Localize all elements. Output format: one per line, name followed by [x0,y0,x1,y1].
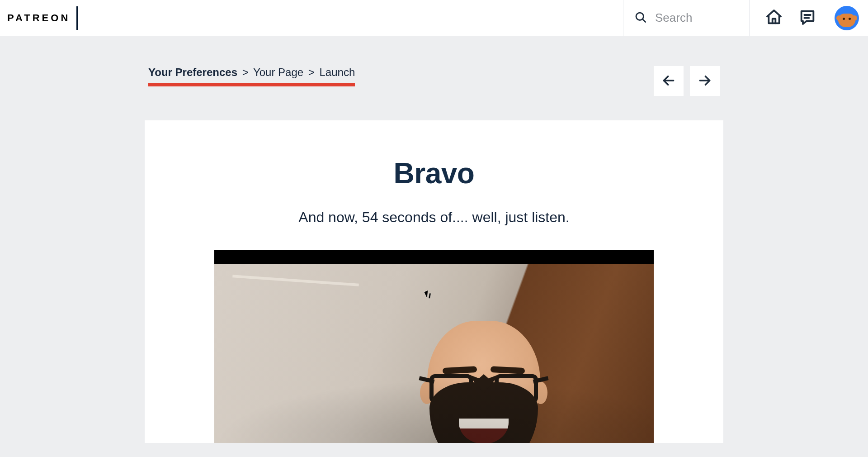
avatar-icon [838,14,855,27]
breadcrumb-current[interactable]: Your Preferences [148,66,237,78]
brand-divider-icon [76,6,78,30]
brand-name: PATREON [7,12,70,24]
arrow-left-icon [661,73,676,89]
breadcrumb-step-launch[interactable]: Launch [319,66,355,78]
search-box[interactable] [623,0,750,36]
cursor-icon [424,290,430,298]
breadcrumb-row: Your Preferences > Your Page > Launch [145,51,723,96]
video-letterbox-top [214,250,654,264]
home-icon [765,8,783,28]
page-title: Bravo [145,157,723,190]
search-input[interactable] [655,11,738,25]
breadcrumb-step-page[interactable]: Your Page [253,66,303,78]
video-player[interactable] [214,250,654,443]
chat-icon [798,8,816,28]
prev-button[interactable] [654,66,684,96]
header-action-icons [750,6,859,30]
messages-button[interactable] [798,8,816,28]
home-button[interactable] [765,8,783,28]
page-content: Your Preferences > Your Page > Launch [145,36,723,443]
search-icon [634,11,647,25]
breadcrumb: Your Preferences > Your Page > Launch [148,66,355,86]
app-header: PATREON [0,0,868,36]
pager [654,66,720,96]
video-subject-illustration [427,321,540,443]
user-avatar[interactable] [835,6,859,30]
arrow-right-icon [698,73,712,89]
breadcrumb-separator: > [242,66,249,78]
content-card: Bravo And now, 54 seconds of.... well, j… [145,120,723,443]
breadcrumb-separator: > [308,66,315,78]
svg-line-1 [643,19,646,22]
page-subtitle: And now, 54 seconds of.... well, just li… [145,209,723,226]
brand-logo[interactable]: PATREON [7,6,78,30]
next-button[interactable] [690,66,720,96]
video-frame [214,264,654,443]
